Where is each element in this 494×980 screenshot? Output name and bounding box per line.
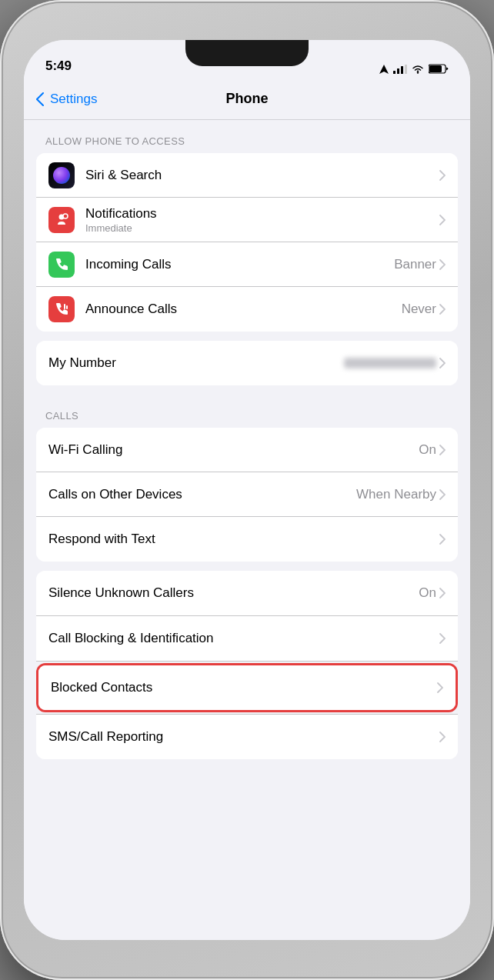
calls-section-label: CALLS [24, 395, 470, 428]
chevron-right-icon [437, 682, 443, 693]
chevron-right-icon [439, 633, 446, 644]
chevron-right-icon [439, 304, 446, 315]
incoming-calls-icon [48, 252, 75, 278]
siri-search-row[interactable]: Siri & Search [36, 153, 458, 198]
allow-phone-group: Siri & Search [36, 153, 458, 332]
back-button[interactable]: Settings [36, 92, 97, 107]
location-icon [379, 65, 389, 74]
announce-calls-icon [48, 296, 75, 322]
wifi-icon [412, 65, 424, 74]
notifications-subtitle: Immediate [85, 222, 439, 234]
phone-number-blurred [344, 358, 436, 368]
notifications-row[interactable]: Notifications Immediate [36, 198, 458, 242]
calls-other-devices-title: Calls on Other Devices [48, 487, 356, 502]
svg-rect-1 [397, 68, 399, 74]
siri-icon [48, 162, 75, 188]
chevron-right-icon [439, 358, 446, 368]
announce-calls-title: Announce Calls [85, 302, 402, 317]
nav-bar: Settings Phone [24, 78, 470, 120]
scroll-content[interactable]: ALLOW PHONE TO ACCESS Siri & Search [24, 120, 470, 940]
notifications-title: Notifications [85, 206, 439, 222]
announce-calls-value: Never [402, 302, 436, 317]
chevron-right-icon [439, 489, 446, 500]
calls-other-devices-value: When Nearby [356, 487, 436, 502]
svg-point-8 [63, 214, 68, 218]
respond-with-text-row[interactable]: Respond with Text [36, 517, 458, 562]
wifi-calling-title: Wi-Fi Calling [48, 442, 419, 458]
my-number-row[interactable]: My Number [36, 341, 458, 385]
chevron-right-icon [439, 534, 446, 545]
call-blocking-title: Call Blocking & Identification [48, 631, 439, 646]
bottom-section-container: Silence Unknown Callers On Call [36, 571, 458, 759]
chevron-right-icon [439, 170, 446, 181]
call-blocking-row[interactable]: Call Blocking & Identification [36, 616, 458, 661]
incoming-calls-row[interactable]: Incoming Calls Banner [36, 242, 458, 287]
svg-rect-3 [405, 65, 407, 74]
svg-rect-0 [393, 71, 396, 74]
svg-rect-10 [66, 305, 68, 309]
notifications-icon [48, 207, 75, 233]
status-time: 5:49 [45, 58, 72, 74]
blocked-contacts-row[interactable]: Blocked Contacts [38, 665, 456, 710]
siri-search-title: Siri & Search [85, 168, 439, 183]
back-label: Settings [50, 92, 97, 107]
nav-title: Phone [225, 91, 268, 107]
announce-calls-row[interactable]: Announce Calls Never [36, 287, 458, 332]
my-number-title: My Number [48, 355, 344, 371]
chevron-right-icon [439, 732, 446, 742]
wifi-calling-value: On [419, 442, 436, 458]
chevron-right-icon [439, 259, 446, 270]
sms-reporting-container: SMS/Call Reporting [36, 714, 458, 759]
wifi-calling-row[interactable]: Wi-Fi Calling On [36, 428, 458, 472]
signal-icon [393, 65, 407, 74]
blocked-contacts-highlighted[interactable]: Blocked Contacts [36, 663, 458, 712]
chevron-left-icon [36, 92, 44, 106]
svg-rect-9 [64, 304, 65, 309]
my-number-group: My Number [36, 341, 458, 385]
battery-icon [429, 64, 449, 74]
respond-with-text-title: Respond with Text [48, 532, 439, 547]
sms-call-reporting-title: SMS/Call Reporting [48, 729, 439, 745]
calls-other-devices-row[interactable]: Calls on Other Devices When Nearby [36, 472, 458, 517]
blocked-contacts-title: Blocked Contacts [51, 680, 437, 695]
silence-unknown-value: On [419, 585, 436, 601]
phone-frame: 5:49 [0, 0, 494, 980]
svg-rect-6 [429, 65, 442, 72]
allow-phone-section-label: ALLOW PHONE TO ACCESS [24, 120, 470, 153]
calls-group: Wi-Fi Calling On Calls on Other Devices [36, 428, 458, 562]
silence-unknown-row[interactable]: Silence Unknown Callers On [36, 571, 458, 615]
status-icons [379, 64, 449, 74]
chevron-right-icon [439, 215, 446, 225]
notch [185, 40, 309, 66]
sms-call-reporting-row[interactable]: SMS/Call Reporting [36, 715, 458, 759]
status-bar: 5:49 [24, 40, 470, 78]
chevron-right-icon [439, 445, 446, 455]
chevron-right-icon [439, 588, 446, 598]
silence-group-top: Silence Unknown Callers On [36, 571, 458, 616]
incoming-calls-value: Banner [394, 257, 436, 272]
svg-point-4 [417, 72, 419, 73]
call-blocking-container: Call Blocking & Identification [36, 616, 458, 662]
silence-unknown-title: Silence Unknown Callers [48, 585, 419, 601]
phone-screen: 5:49 [24, 40, 470, 940]
svg-rect-2 [401, 66, 403, 74]
incoming-calls-title: Incoming Calls [85, 257, 394, 272]
